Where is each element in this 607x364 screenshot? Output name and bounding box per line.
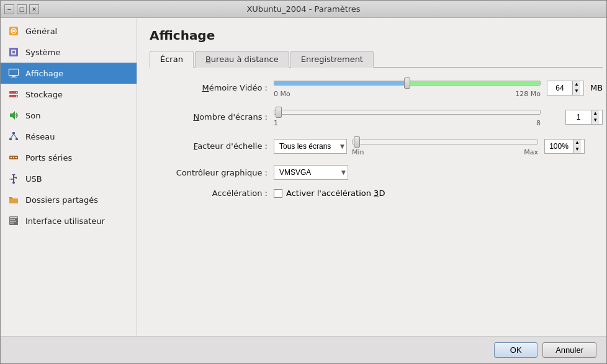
facteur-echelle-select[interactable]: Tous les écrans xyxy=(274,139,347,154)
controleur-row: Contrôleur graphique : VMSVGA ▼ xyxy=(150,165,603,180)
controleur-select-wrap: VMSVGA ▼ xyxy=(274,165,348,180)
sidebar-label-son: Son xyxy=(25,111,40,120)
memoire-video-slider-labels: 0 Mo 128 Mo xyxy=(274,90,541,98)
scale-slider-thumb[interactable] xyxy=(354,136,360,148)
sidebar-item-stockage[interactable]: Stockage xyxy=(1,84,137,105)
facteur-echelle-label: Facteur d'échelle : xyxy=(150,141,268,151)
svg-rect-32 xyxy=(10,217,17,218)
audio-icon xyxy=(7,109,20,122)
main-window: − □ ✕ XUbuntu_2004 - Paramètres Général xyxy=(0,0,607,364)
tab-bar: Écran Bureau à distance Enregistrement xyxy=(150,50,603,68)
svg-point-25 xyxy=(12,182,15,184)
sidebar-label-reseau: Réseau xyxy=(25,132,55,141)
sidebar: Général Système xyxy=(1,18,137,336)
svg-rect-27 xyxy=(16,177,17,179)
svg-rect-7 xyxy=(9,69,18,75)
sidebar-item-ports[interactable]: Ports séries xyxy=(1,147,137,168)
nombre-ecrans-max-label: 8 xyxy=(536,119,541,127)
tab-bureau[interactable]: Bureau à distance xyxy=(195,51,289,68)
svg-rect-15 xyxy=(12,132,15,134)
facteur-echelle-input[interactable] xyxy=(545,142,573,151)
scale-labels: Min Max xyxy=(352,148,538,156)
sidebar-item-systeme[interactable]: Système xyxy=(1,42,137,63)
annuler-button[interactable]: Annuler xyxy=(542,342,596,358)
svg-rect-17 xyxy=(16,138,18,140)
facteur-echelle-row: Facteur d'échelle : Tous les écrans ▼ xyxy=(150,136,603,156)
memoire-video-min-label: 0 Mo xyxy=(274,90,290,98)
scale-min-label: Min xyxy=(352,148,364,156)
tab-enregistrement[interactable]: Enregistrement xyxy=(290,51,374,68)
svg-marker-24 xyxy=(12,174,16,176)
memoire-video-controls: 0 Mo 128 Mo xyxy=(274,78,541,98)
sidebar-label-affichage: Affichage xyxy=(25,69,63,78)
memoire-video-spinners: ▲ ▼ xyxy=(572,81,580,95)
nombre-ecrans-controls: 1 8 xyxy=(274,107,559,127)
svg-rect-16 xyxy=(9,138,12,140)
svg-point-2 xyxy=(12,30,15,32)
sidebar-item-son[interactable]: Son xyxy=(1,105,137,126)
memoire-video-slider-thumb[interactable] xyxy=(404,78,410,89)
window-maximize-button[interactable]: □ xyxy=(17,4,27,14)
acceleration-label: Accélération : xyxy=(150,189,268,198)
window-title: XUbuntu_2004 - Paramètres xyxy=(42,4,565,14)
acceleration-checkbox[interactable] xyxy=(274,189,282,198)
network-icon xyxy=(7,130,20,143)
svg-marker-29 xyxy=(9,179,11,180)
acceleration-checkbox-label: Activer l'accélération 3D xyxy=(286,189,385,198)
tab-ecran-label: Écran xyxy=(160,55,183,64)
storage-icon xyxy=(7,87,20,101)
controleur-select[interactable]: VMSVGA xyxy=(274,165,348,180)
sidebar-item-usb[interactable]: USB xyxy=(1,168,137,189)
sidebar-label-systeme: Système xyxy=(25,48,60,57)
sidebar-item-reseau[interactable]: Réseau xyxy=(1,126,137,147)
svg-marker-14 xyxy=(10,111,15,120)
facteur-echelle-select-wrap: Tous les écrans ▼ xyxy=(274,139,347,154)
svg-rect-5 xyxy=(12,51,15,53)
window-minimize-button[interactable]: − xyxy=(4,4,14,14)
sidebar-label-dossiers: Dossiers partagés xyxy=(25,195,98,205)
nombre-ecrans-input-wrap: ▲ ▼ xyxy=(565,110,603,125)
memoire-video-input-wrap: ▲ ▼ xyxy=(547,81,584,95)
facteur-echelle-input-wrap: ▲ ▼ xyxy=(544,139,585,154)
tab-enregistrement-label: Enregistrement xyxy=(301,55,363,64)
memoire-video-row: Mémoire Vidéo : 0 Mo 128 Mo xyxy=(150,78,603,98)
sidebar-item-affichage[interactable]: Affichage xyxy=(1,63,137,84)
svg-point-12 xyxy=(16,92,17,93)
acceleration-row: Accélération : Activer l'accélération 3D xyxy=(150,189,603,198)
sidebar-item-interface[interactable]: Interface utilisateur xyxy=(1,210,137,231)
nombre-ecrans-slider-thumb[interactable] xyxy=(276,107,282,118)
window-close-button[interactable]: ✕ xyxy=(29,4,39,14)
svg-point-21 xyxy=(11,157,12,158)
nombre-ecrans-spinner-down[interactable]: ▼ xyxy=(591,117,599,124)
scale-max-label: Max xyxy=(524,148,538,156)
nombre-ecrans-input[interactable] xyxy=(566,113,591,122)
tab-ecran[interactable]: Écran xyxy=(150,51,194,68)
cpu-icon xyxy=(7,45,20,59)
facteur-echelle-spinner-up[interactable]: ▲ xyxy=(573,140,581,146)
memoire-video-spinner-down[interactable]: ▼ xyxy=(573,88,580,95)
memoire-video-spinner-up[interactable]: ▲ xyxy=(573,81,580,88)
sidebar-item-dossiers[interactable]: Dossiers partagés xyxy=(1,189,137,210)
facteur-echelle-spinners: ▲ ▼ xyxy=(573,140,581,153)
facteur-echelle-spinner-down[interactable]: ▼ xyxy=(573,146,581,153)
sidebar-item-general[interactable]: Général xyxy=(1,20,137,42)
acceleration-underline-3: 3 xyxy=(374,189,379,198)
bottom-bar: OK Annuler xyxy=(1,336,606,363)
svg-rect-9 xyxy=(11,77,17,78)
nombre-ecrans-slider-labels: 1 8 xyxy=(274,119,541,127)
memoire-video-max-label: 128 Mo xyxy=(515,90,541,98)
ok-button[interactable]: OK xyxy=(494,342,537,358)
svg-rect-30 xyxy=(9,198,18,203)
tab-bureau-label: Bureau à distance xyxy=(205,55,279,64)
memoire-video-slider-track xyxy=(274,78,541,89)
memoire-video-input[interactable] xyxy=(547,84,572,92)
svg-point-13 xyxy=(16,95,17,97)
folder-icon xyxy=(7,193,20,206)
nombre-ecrans-slider-track xyxy=(274,107,541,118)
page-title: Affichage xyxy=(150,28,603,43)
nombre-ecrans-slider-bg xyxy=(274,110,541,115)
svg-rect-8 xyxy=(12,76,16,77)
nombre-ecrans-row: Nombre d'écrans : 1 8 xyxy=(150,107,603,127)
nombre-ecrans-spinner-up[interactable]: ▲ xyxy=(591,110,599,117)
nombre-ecrans-label: Nombre d'écrans : xyxy=(150,112,268,122)
